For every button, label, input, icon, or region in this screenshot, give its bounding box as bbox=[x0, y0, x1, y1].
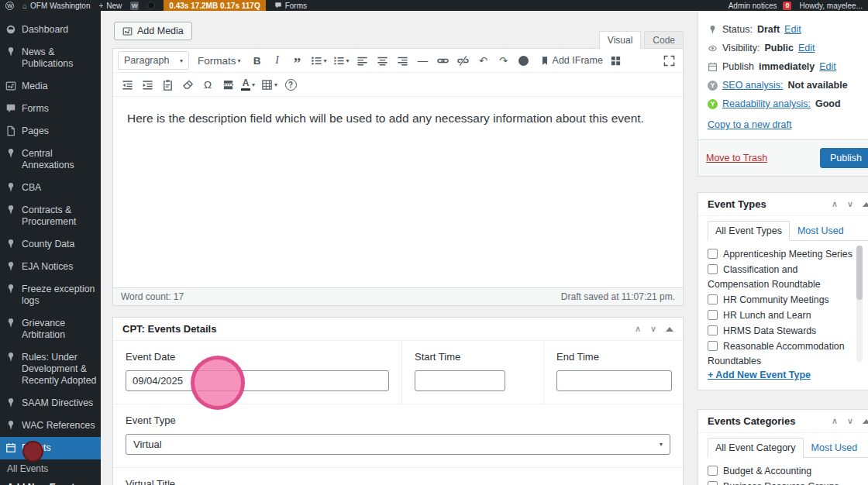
checklist-item[interactable]: HRMS Data Stewards bbox=[708, 324, 855, 339]
admin-bar-left: W ⌂OFM Washington +New W 0.43s 17.2MB 0.… bbox=[5, 0, 307, 11]
move-down-icon[interactable]: ∨ bbox=[847, 199, 853, 209]
site-name-menu[interactable]: ⌂OFM Washington bbox=[22, 2, 90, 10]
table-button[interactable]: ▾ bbox=[259, 75, 280, 94]
sidebar-item-contracts-procurement[interactable]: Contracts & Procurement bbox=[0, 199, 101, 233]
fullscreen-button[interactable] bbox=[660, 51, 678, 70]
move-down-icon[interactable]: ∨ bbox=[847, 416, 853, 426]
publish-button[interactable]: Publish bbox=[820, 148, 868, 168]
sidebar-item-news-publications[interactable]: News & Publications bbox=[0, 41, 101, 75]
checklist-item[interactable]: Budget & Accounting bbox=[708, 464, 855, 479]
readability-analysis-link[interactable]: Readability analysis: bbox=[722, 98, 811, 109]
bullet-list-button[interactable]: ▾ bbox=[308, 51, 329, 70]
metabox-header[interactable]: Event Types ∧ ∨ bbox=[698, 193, 868, 216]
sidebar-item-grievance-arbitration[interactable]: Grievance Arbitration bbox=[0, 312, 101, 346]
sidebar-item-cba[interactable]: CBA bbox=[0, 177, 101, 199]
paragraph-select[interactable]: Paragraph▾ bbox=[118, 51, 189, 70]
admin-notices-menu[interactable]: Admin notices0 bbox=[728, 2, 792, 10]
checklist-item[interactable]: Business Resource Groups bbox=[708, 480, 855, 485]
toolbar-toggle-button[interactable] bbox=[607, 51, 625, 70]
tab-visual[interactable]: Visual bbox=[599, 31, 641, 49]
scrollbar-thumb[interactable] bbox=[856, 246, 863, 300]
start-time-input[interactable] bbox=[415, 370, 505, 391]
sidebar-item-eja-notices[interactable]: EJA Notices bbox=[0, 256, 101, 278]
scrollbar[interactable] bbox=[856, 246, 863, 362]
read-more-button[interactable] bbox=[219, 75, 237, 94]
blockquote-button[interactable]: ” bbox=[288, 51, 307, 70]
checklist-item[interactable]: HR Community Meetings bbox=[708, 293, 855, 308]
edit-visibility-link[interactable]: Edit bbox=[798, 43, 815, 53]
howdy-account-menu[interactable]: Howdy, mayelee... bbox=[799, 2, 863, 10]
move-up-icon[interactable]: ∧ bbox=[832, 416, 838, 426]
end-time-input[interactable] bbox=[556, 370, 672, 391]
sidebar-subitem-all-events[interactable]: All Events bbox=[0, 459, 101, 478]
toggle-panel-icon[interactable] bbox=[863, 419, 868, 424]
numbered-list-button[interactable]: ▾ bbox=[331, 51, 352, 70]
checklist-item[interactable]: Classification and Compensation Roundtab… bbox=[708, 263, 855, 292]
metabox-header[interactable]: Events Categories ∧ ∨ bbox=[698, 410, 868, 433]
add-iframe-button[interactable]: Add IFrame bbox=[538, 51, 605, 70]
metabox-title: Event Types bbox=[708, 198, 766, 210]
sidebar-item-central-annexations[interactable]: Central Annexations bbox=[0, 143, 101, 177]
metabox-header[interactable]: CPT: Events Details ∧ ∨ bbox=[113, 318, 683, 341]
indent-button[interactable] bbox=[138, 75, 157, 94]
bold-button[interactable]: B bbox=[248, 51, 267, 70]
status-dot-icon[interactable] bbox=[147, 2, 155, 9]
redo-button[interactable]: ↷ bbox=[494, 51, 513, 70]
horizontal-rule-button[interactable]: — bbox=[414, 51, 432, 70]
sidebar-subitem-add-new-event[interactable]: Add New Event bbox=[0, 478, 101, 485]
sidebar-item-freeze-exception-logs[interactable]: Freeze exception logs bbox=[0, 278, 101, 312]
toggle-panel-icon[interactable] bbox=[666, 327, 673, 332]
sidebar-item-pages[interactable]: Pages bbox=[0, 120, 101, 143]
formats-select[interactable]: Formats▾ bbox=[195, 51, 243, 70]
help-button[interactable]: ? bbox=[281, 75, 300, 94]
checklist-item[interactable]: Reasonable Accommodation Roundtables bbox=[708, 339, 855, 366]
move-up-icon[interactable]: ∧ bbox=[832, 199, 838, 209]
paste-as-text-button[interactable] bbox=[158, 75, 177, 94]
add-new-event-type-link[interactable]: + Add New Event Type bbox=[708, 370, 811, 380]
embed-button[interactable] bbox=[515, 51, 533, 70]
sidebar-item-wac-references[interactable]: WAC References bbox=[0, 414, 101, 437]
move-down-icon[interactable]: ∨ bbox=[650, 324, 656, 334]
move-up-icon[interactable]: ∧ bbox=[635, 324, 641, 334]
move-to-trash-link[interactable]: Move to Trash bbox=[706, 153, 767, 163]
align-left-button[interactable] bbox=[353, 51, 372, 70]
sidebar-item-media[interactable]: Media bbox=[0, 75, 101, 98]
edit-status-link[interactable]: Edit bbox=[784, 24, 801, 35]
text-color-button[interactable]: A▾ bbox=[239, 75, 257, 94]
wordpress-logo-icon[interactable]: W bbox=[5, 2, 14, 10]
event-type-select[interactable]: Virtual▾ bbox=[126, 434, 670, 455]
sidebar-item-forms[interactable]: Forms bbox=[0, 98, 101, 120]
edit-schedule-link[interactable]: Edit bbox=[819, 61, 836, 72]
checklist-item[interactable]: Apprenticeship Meeting Series bbox=[708, 247, 855, 262]
sidebar-item-events[interactable]: Events bbox=[0, 437, 101, 459]
align-right-button[interactable] bbox=[394, 51, 412, 70]
link-button[interactable] bbox=[434, 51, 453, 70]
editor-content-area[interactable]: Here is the description field which will… bbox=[113, 97, 683, 287]
outdent-button[interactable] bbox=[118, 75, 136, 94]
tab-most-used[interactable]: Most Used bbox=[804, 439, 866, 457]
sidebar-item-dashboard[interactable]: Dashboard bbox=[0, 19, 101, 41]
tab-all-event-category[interactable]: All Event Category bbox=[708, 438, 804, 458]
new-content-menu[interactable]: +New bbox=[98, 2, 122, 10]
align-center-button[interactable] bbox=[374, 51, 392, 70]
copy-to-new-draft-link[interactable]: Copy to a new draft bbox=[708, 119, 791, 130]
seo-analysis-link[interactable]: SEO analysis: bbox=[722, 80, 784, 91]
tab-code[interactable]: Code bbox=[644, 31, 684, 49]
tab-all-event-types[interactable]: All Event Types bbox=[708, 221, 790, 241]
clear-formatting-button[interactable] bbox=[178, 75, 197, 94]
toggle-panel-icon[interactable] bbox=[863, 202, 868, 207]
unlink-button[interactable] bbox=[454, 51, 473, 70]
undo-button[interactable]: ↶ bbox=[474, 51, 493, 70]
query-monitor-stats[interactable]: 0.43s 17.2MB 0.17s 117Q bbox=[164, 0, 265, 11]
special-character-button[interactable]: Ω bbox=[198, 75, 217, 94]
sidebar-item-county-data[interactable]: County Data bbox=[0, 233, 101, 256]
add-media-button[interactable]: Add Media bbox=[114, 22, 192, 40]
event-date-input[interactable] bbox=[126, 370, 389, 391]
tab-most-used[interactable]: Most Used bbox=[790, 222, 852, 240]
italic-button[interactable]: I bbox=[268, 51, 287, 70]
checklist-item[interactable]: HR Lunch and Learn bbox=[708, 308, 855, 323]
wpengine-menu[interactable]: W bbox=[130, 2, 139, 10]
sidebar-item-rules-under-development[interactable]: Rules: Under Development & Recently Adop… bbox=[0, 346, 101, 392]
forms-menu[interactable]: Forms bbox=[274, 2, 307, 10]
sidebar-item-saam-directives[interactable]: SAAM Directives bbox=[0, 392, 101, 414]
